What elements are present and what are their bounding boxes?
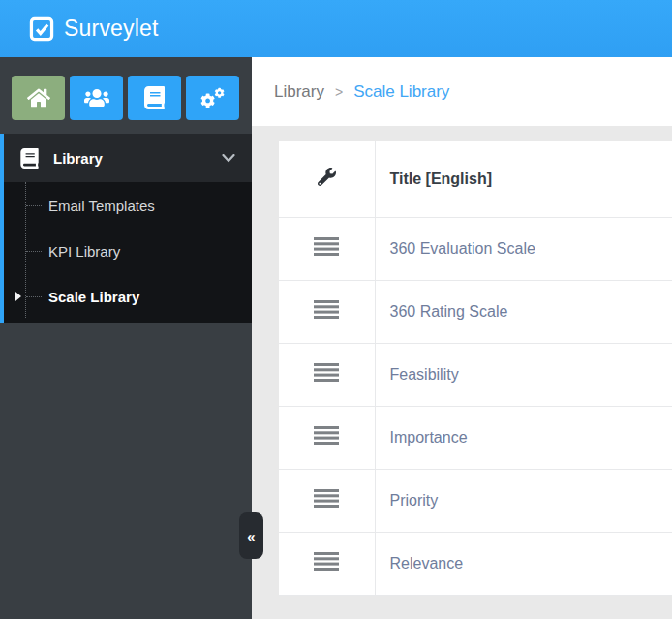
sidebar-item-email-templates[interactable]: Email Templates: [4, 183, 252, 229]
submenu-item-label: Scale Library: [48, 289, 139, 305]
scale-table-panel: Title [English] 360 Evaluation Scale 360…: [279, 141, 672, 596]
book-icon: [144, 86, 165, 109]
library-button[interactable]: [128, 76, 181, 120]
main-content: Library > Scale Library Title [English]: [252, 57, 672, 619]
scale-title-link[interactable]: 360 Rating Scale: [375, 280, 672, 343]
app-title: Surveylet: [64, 15, 159, 42]
home-icon: [27, 86, 50, 109]
breadcrumb-scale-library[interactable]: Scale Library: [353, 82, 449, 102]
library-submenu: Email Templates KPI Library Scale Librar…: [0, 182, 252, 323]
row-menu-icon[interactable]: [314, 237, 339, 256]
table-row: 360 Evaluation Scale: [279, 217, 672, 280]
scale-title-link[interactable]: Priority: [375, 469, 672, 532]
submenu-item-label: KPI Library: [48, 243, 120, 260]
row-menu-icon[interactable]: [314, 363, 339, 382]
breadcrumb-library[interactable]: Library: [274, 82, 324, 102]
home-button[interactable]: [12, 76, 65, 120]
topbar: Surveylet: [0, 0, 672, 57]
sidebar-nav: Library Email Templates KPI Library Scal…: [0, 134, 252, 323]
sidebar-item-library[interactable]: Library: [0, 134, 252, 182]
breadcrumb-separator: >: [335, 84, 343, 100]
table-row: 360 Rating Scale: [279, 280, 672, 343]
table-row: Relevance: [279, 532, 672, 595]
row-menu-icon[interactable]: [314, 489, 339, 508]
table-row: Priority: [279, 469, 672, 532]
sidebar-item-kpi-library[interactable]: KPI Library: [4, 229, 252, 274]
row-menu-icon[interactable]: [314, 300, 339, 319]
sidebar: Library Email Templates KPI Library Scal…: [0, 57, 252, 619]
tools-column-header: [279, 141, 375, 217]
users-button[interactable]: [70, 76, 123, 120]
scale-title-link[interactable]: 360 Evaluation Scale: [375, 217, 672, 280]
sidebar-section-label: Library: [53, 150, 103, 167]
users-icon: [84, 86, 109, 109]
sidebar-item-scale-library[interactable]: Scale Library: [4, 274, 252, 320]
scale-title-link[interactable]: Relevance: [375, 532, 672, 595]
book-icon: [20, 148, 39, 169]
chevron-down-icon: [222, 154, 235, 163]
table-header-row: Title [English]: [279, 141, 672, 217]
table-row: Importance: [279, 406, 672, 469]
title-column-header: Title [English]: [375, 141, 672, 217]
collapse-icon: «: [247, 528, 255, 544]
scale-table: Title [English] 360 Evaluation Scale 360…: [279, 141, 672, 596]
row-menu-icon[interactable]: [314, 426, 339, 445]
scale-title-link[interactable]: Importance: [375, 406, 672, 469]
caret-right-icon: [15, 292, 21, 301]
table-row: Feasibility: [279, 343, 672, 406]
cogs-icon: [200, 86, 226, 109]
settings-button[interactable]: [186, 76, 239, 120]
submenu-item-label: Email Templates: [48, 198, 155, 214]
sidebar-toolbar: [0, 57, 252, 120]
row-menu-icon[interactable]: [314, 552, 339, 571]
breadcrumb: Library > Scale Library: [252, 57, 672, 126]
scale-title-link[interactable]: Feasibility: [375, 343, 672, 406]
wrench-icon: [318, 172, 336, 189]
check-square-icon: [29, 16, 54, 42]
sidebar-collapse-button[interactable]: «: [239, 512, 263, 559]
